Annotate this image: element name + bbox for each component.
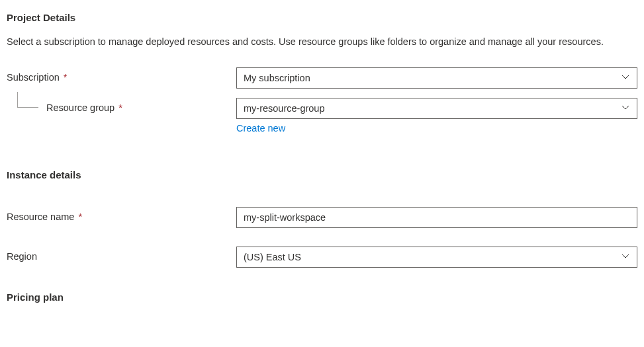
resource-group-label-col: Resource group * — [7, 98, 236, 113]
create-new-link[interactable]: Create new — [236, 123, 285, 134]
region-row: Region (US) East US — [7, 247, 637, 268]
project-details-description: Select a subscription to manage deployed… — [7, 35, 629, 49]
region-label: Region — [7, 247, 236, 262]
pricing-plan-heading: Pricing plan — [7, 291, 637, 303]
resource-name-label: Resource name * — [7, 207, 236, 222]
resource-group-select[interactable]: my-resource-group — [236, 98, 637, 119]
subscription-select-value: My subscription — [244, 73, 310, 83]
required-indicator: * — [78, 212, 82, 222]
subscription-select[interactable]: My subscription — [236, 67, 637, 89]
resource-group-select-value: my-resource-group — [244, 103, 325, 114]
chevron-down-icon — [621, 252, 630, 263]
region-select-value: (US) East US — [244, 252, 301, 262]
subscription-label-text: Subscription — [7, 72, 60, 83]
resource-name-row: Resource name * — [7, 207, 637, 228]
resource-group-label-text: Resource group — [46, 102, 115, 113]
resource-group-row: Resource group * my-resource-group Creat… — [7, 98, 637, 134]
resource-name-label-text: Resource name — [7, 212, 74, 222]
required-indicator: * — [118, 102, 122, 113]
subscription-label: Subscription * — [7, 67, 236, 83]
subscription-row: Subscription * My subscription — [7, 67, 637, 89]
region-select[interactable]: (US) East US — [236, 247, 637, 268]
region-label-text: Region — [7, 251, 37, 262]
project-details-heading: Project Details — [7, 12, 637, 23]
resource-name-input[interactable] — [236, 207, 637, 228]
chevron-down-icon — [621, 73, 630, 84]
instance-details-heading: Instance details — [7, 169, 637, 180]
tree-connector-icon — [17, 92, 38, 108]
required-indicator: * — [64, 72, 68, 83]
chevron-down-icon — [621, 103, 630, 114]
